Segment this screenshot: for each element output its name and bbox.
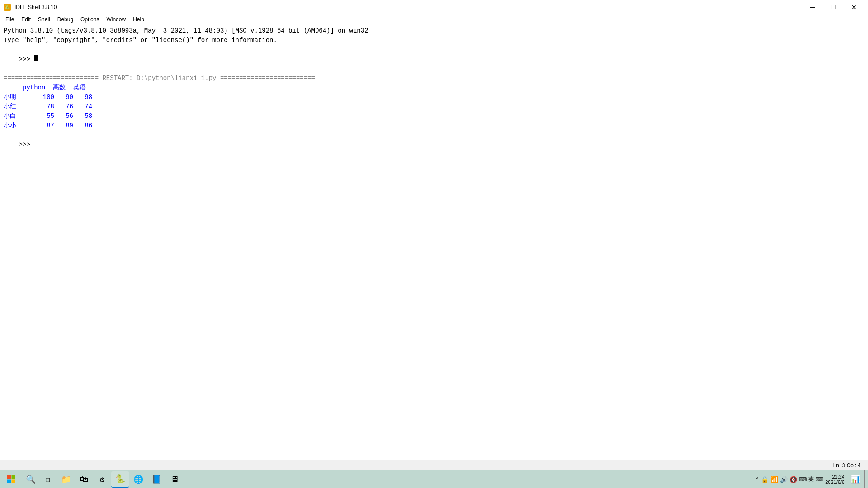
tray-lang-icon: 英	[808, 475, 814, 483]
tray-network-icon: 📶	[770, 476, 778, 483]
taskbar-clock[interactable]: 21:24 2021/6/6	[823, 474, 846, 485]
prompt-symbol: >>>	[19, 56, 34, 63]
maximize-button[interactable]: ☐	[823, 0, 844, 14]
svg-rect-3	[12, 479, 16, 483]
tray-expand-icon[interactable]: ^	[755, 477, 759, 482]
window-title: IDLE Shell 3.8.10	[14, 4, 57, 10]
final-prompt-line: >>>	[4, 131, 864, 159]
python-version-line: Python 3.8.10 (tags/v3.8.10:3d8993a, May…	[4, 26, 864, 36]
chart-icon: 📊	[850, 474, 860, 484]
svg-rect-1	[12, 475, 16, 479]
menu-window[interactable]: Window	[103, 15, 129, 23]
menu-debug[interactable]: Debug	[54, 15, 77, 23]
show-desktop-button[interactable]	[864, 470, 868, 488]
app2-button[interactable]: 🖥	[165, 471, 184, 488]
svg-rect-2	[7, 479, 11, 483]
edge-button[interactable]: 🌐	[129, 471, 147, 488]
menu-edit[interactable]: Edit	[18, 15, 34, 23]
menu-options[interactable]: Options	[77, 15, 103, 23]
tray-lock-icon: 🔒	[761, 476, 769, 483]
restart-line: ========================= RESTART: D:\py…	[4, 74, 864, 83]
start-button[interactable]	[0, 470, 23, 488]
settings-icon: ⚙	[100, 474, 105, 484]
python-idle-icon: 🐍	[115, 474, 125, 484]
first-prompt-line: >>>	[4, 45, 864, 74]
task-view-button[interactable]: ❑	[39, 471, 57, 488]
close-button[interactable]: ✕	[844, 0, 864, 14]
svg-rect-0	[7, 475, 11, 479]
menu-file[interactable]: File	[2, 15, 18, 23]
minimize-button[interactable]: ─	[802, 0, 823, 14]
status-bar: Ln: 3 Col: 4	[0, 460, 868, 470]
menu-help[interactable]: Help	[129, 15, 148, 23]
table-header: python 高数 英语	[4, 83, 864, 93]
tray-keyboard-icon: ⌨	[799, 476, 807, 483]
title-bar: 🐍 IDLE Shell 3.8.10 ─ ☐ ✕	[0, 0, 868, 14]
menu-shell[interactable]: Shell	[34, 15, 54, 23]
app1-button[interactable]: 📘	[147, 471, 165, 488]
python-idle-button[interactable]: 🐍	[111, 471, 129, 488]
menu-bar: File Edit Shell Debug Options Window Hel…	[0, 14, 868, 24]
search-taskbar-button[interactable]: 🔍	[23, 470, 39, 488]
type-hint-line: Type "help", "copyright", "credits" or "…	[4, 36, 864, 45]
data-row-0: 小明 100 90 98	[4, 93, 864, 102]
chart-icon-button[interactable]: 📊	[846, 471, 864, 488]
microsoft-store-icon: 🛍	[80, 474, 88, 484]
clock-date: 2021/6/6	[825, 479, 844, 485]
tray-keyboard2-icon: ⌨	[816, 476, 823, 483]
app2-icon: 🖥	[170, 474, 179, 484]
title-bar-left: 🐍 IDLE Shell 3.8.10	[4, 4, 57, 11]
app-icon: 🐍	[4, 4, 11, 11]
edge-icon: 🌐	[133, 474, 143, 484]
search-taskbar-icon: 🔍	[26, 474, 36, 484]
settings-button[interactable]: ⚙	[93, 471, 111, 488]
title-bar-controls: ─ ☐ ✕	[802, 0, 864, 14]
file-explorer-icon: 📁	[61, 474, 71, 484]
tray-volume-icon: 🔊	[780, 476, 788, 483]
task-view-icon: ❑	[46, 475, 50, 484]
windows-icon	[7, 475, 16, 484]
data-row-1: 小红 78 76 74	[4, 102, 864, 112]
file-explorer-button[interactable]: 📁	[57, 471, 75, 488]
system-tray: ^ 🔒 📶 🔊 🔇 ⌨ 英 ⌨	[755, 475, 823, 483]
tray-muted-icon: 🔇	[789, 476, 797, 483]
final-prompt-symbol: >>>	[19, 141, 34, 148]
clock-time: 21:24	[832, 474, 844, 479]
data-row-2: 小白 55 56 58	[4, 112, 864, 121]
shell-area[interactable]: Python 3.8.10 (tags/v3.8.10:3d8993a, May…	[0, 24, 868, 470]
status-text: Ln: 3 Col: 4	[833, 462, 861, 469]
cursor	[34, 55, 38, 61]
data-row-3: 小小 87 89 86	[4, 121, 864, 131]
taskbar: 🔍 ❑ 📁 🛍 ⚙ 🐍 🌐 📘 🖥 ^ 🔒 📶 🔊 🔇 ⌨ 英	[0, 470, 868, 488]
app1-icon: 📘	[151, 474, 161, 484]
microsoft-store-button[interactable]: 🛍	[75, 471, 93, 488]
